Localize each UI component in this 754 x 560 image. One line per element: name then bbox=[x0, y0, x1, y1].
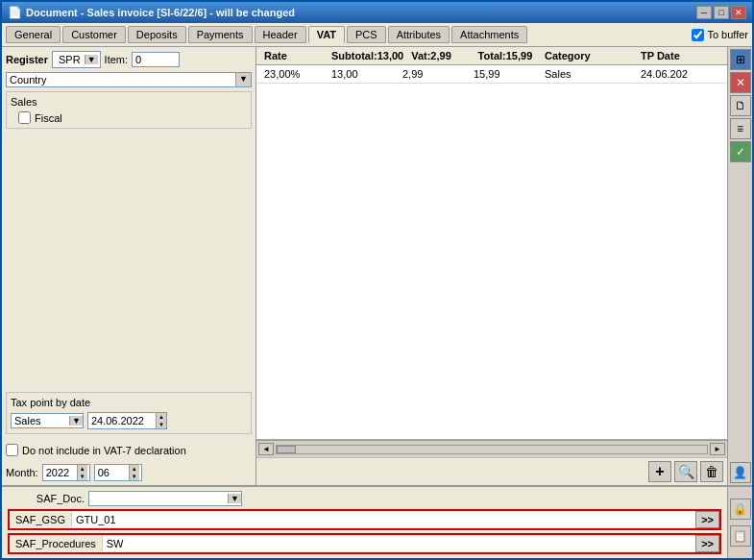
sidebar-btn-3[interactable]: 🗋 bbox=[730, 95, 751, 116]
country-combo-btn[interactable]: ▼ bbox=[235, 73, 251, 86]
sidebar-btn-5[interactable]: ✓ bbox=[730, 141, 751, 162]
info-button[interactable]: 📋 bbox=[730, 525, 751, 547]
bottom-left: SAF_Doc. ▼ SAF_GSG >> SAF_Proc bbox=[2, 487, 727, 558]
center-right: Rate Subtotal:13,00 Vat:2,99 Total:15,99… bbox=[256, 47, 752, 485]
delete-row-button[interactable]: 🗑 bbox=[700, 461, 723, 482]
cell-category: Sales bbox=[541, 67, 637, 81]
maximize-button[interactable]: □ bbox=[714, 6, 729, 19]
top-content: Register SPR ▼ Item: 0 ▼ bbox=[2, 47, 752, 485]
tax-point-row: ▼ ▲ ▼ bbox=[11, 412, 247, 429]
bottom-section: SAF_Doc. ▼ SAF_GSG >> SAF_Proc bbox=[2, 485, 752, 558]
sidebar-btn-2[interactable]: ✕ bbox=[730, 72, 751, 93]
month-year-input[interactable]: ▲ ▼ bbox=[42, 464, 90, 481]
tax-point-group: Tax point by date ▼ ▲ ▼ bbox=[6, 392, 252, 434]
cell-rate: 23,00% bbox=[260, 67, 328, 81]
month-label: Month: bbox=[6, 467, 38, 478]
search-button[interactable]: 🔍 bbox=[674, 461, 697, 482]
month-num-field[interactable] bbox=[95, 466, 129, 479]
saf-proc-btn[interactable]: >> bbox=[695, 535, 719, 552]
tax-date-input[interactable]: ▲ ▼ bbox=[87, 412, 167, 429]
tab-attachments[interactable]: Attachments bbox=[451, 26, 527, 43]
add-row-button[interactable]: + bbox=[648, 461, 671, 482]
saf-doc-row: SAF_Doc. ▼ bbox=[8, 491, 721, 506]
saf-proc-label: SAF_Procedures bbox=[10, 536, 103, 551]
saf-doc-input[interactable] bbox=[89, 492, 228, 505]
saf-doc-combo[interactable]: ▼ bbox=[88, 491, 242, 506]
title-bar: 📄 Document - Sales invoice [SI-6/22/6] -… bbox=[2, 2, 752, 23]
saf-gsg-btn[interactable]: >> bbox=[695, 511, 719, 528]
col-subtotal: Subtotal:13,00 bbox=[328, 49, 407, 62]
minimize-button[interactable]: ─ bbox=[696, 6, 712, 19]
saf-gsg-input[interactable] bbox=[72, 512, 695, 527]
month-num-down[interactable]: ▼ bbox=[129, 473, 139, 480]
vat-table-header: Rate Subtotal:13,00 Vat:2,99 Total:15,99… bbox=[256, 47, 727, 65]
register-row: Register SPR ▼ Item: 0 bbox=[6, 51, 252, 68]
col-tp-date: TP Date bbox=[637, 49, 723, 62]
saf-proc-row: SAF_Procedures >> bbox=[8, 533, 721, 554]
month-year-field[interactable] bbox=[43, 466, 77, 479]
tax-date-field[interactable] bbox=[88, 414, 156, 427]
tax-point-combo-btn[interactable]: ▼ bbox=[69, 416, 83, 426]
tax-date-up[interactable]: ▲ bbox=[156, 413, 166, 421]
to-buffer-label[interactable]: To buffer bbox=[692, 29, 748, 41]
table-action-buttons: + 🔍 🗑 bbox=[256, 457, 727, 485]
horizontal-scrollbar: ◄ ► bbox=[256, 440, 727, 457]
register-combo-btn[interactable]: ▼ bbox=[85, 55, 98, 64]
item-value: 0 bbox=[135, 54, 141, 65]
fiscal-checkbox[interactable] bbox=[18, 111, 31, 124]
vat7-row: Do not include in VAT-7 declaration bbox=[6, 444, 252, 456]
sidebar-btn-1[interactable]: ⊞ bbox=[730, 49, 751, 70]
bottom-inner: SAF_Doc. ▼ SAF_GSG >> SAF_Proc bbox=[2, 487, 752, 558]
vat7-checkbox[interactable] bbox=[6, 444, 18, 456]
tax-date-spin: ▲ ▼ bbox=[156, 413, 166, 428]
to-buffer-text: To buffer bbox=[707, 29, 748, 40]
sales-label: Sales bbox=[11, 96, 247, 108]
tab-vat[interactable]: VAT bbox=[308, 26, 345, 43]
scroll-thumb[interactable] bbox=[277, 446, 296, 453]
item-input[interactable]: 0 bbox=[132, 52, 180, 67]
tab-deposits[interactable]: Deposits bbox=[128, 26, 186, 43]
scroll-track bbox=[276, 445, 708, 454]
scroll-right-btn[interactable]: ► bbox=[710, 443, 725, 455]
cell-tp-date: 24.06.202 bbox=[637, 67, 723, 81]
tab-pcs[interactable]: PCS bbox=[347, 26, 386, 43]
month-num-input[interactable]: ▲ ▼ bbox=[94, 464, 142, 481]
tab-attributes[interactable]: Attributes bbox=[388, 26, 450, 43]
main-window: 📄 Document - Sales invoice [SI-6/22/6] -… bbox=[0, 0, 754, 560]
window-title: Document - Sales invoice [SI-6/22/6] - w… bbox=[26, 7, 295, 18]
scroll-left-btn[interactable]: ◄ bbox=[258, 443, 274, 455]
sales-group: Sales Fiscal bbox=[6, 91, 252, 129]
tax-point-input[interactable] bbox=[12, 414, 69, 427]
tax-date-down[interactable]: ▼ bbox=[156, 421, 166, 428]
saf-doc-combo-btn[interactable]: ▼ bbox=[228, 494, 241, 503]
right-sidebar: ⊞ ✕ 🗋 ≡ ✓ 👤 bbox=[727, 47, 752, 485]
cell-total: 15,99 bbox=[470, 67, 541, 81]
tab-header[interactable]: Header bbox=[255, 26, 306, 43]
saf-proc-input[interactable] bbox=[103, 536, 695, 551]
tax-point-combo[interactable]: ▼ bbox=[11, 413, 84, 428]
tax-point-label: Tax point by date bbox=[11, 397, 247, 408]
tab-payments[interactable]: Payments bbox=[188, 26, 253, 43]
lock-button[interactable]: 🔒 bbox=[730, 499, 751, 520]
sidebar-btn-4[interactable]: ≡ bbox=[730, 118, 751, 139]
saf-doc-label: SAF_Doc. bbox=[8, 493, 85, 504]
col-rate: Rate bbox=[260, 49, 328, 62]
sidebar-btn-6[interactable]: 👤 bbox=[730, 462, 751, 483]
window-icon: 📄 bbox=[8, 6, 22, 19]
saf-gsg-row: SAF_GSG >> bbox=[8, 509, 721, 530]
to-buffer-checkbox[interactable] bbox=[692, 29, 704, 41]
register-combo[interactable]: SPR ▼ bbox=[52, 51, 101, 68]
fiscal-row: Fiscal bbox=[18, 111, 247, 124]
tab-general[interactable]: General bbox=[6, 26, 61, 43]
title-bar-left: 📄 Document - Sales invoice [SI-6/22/6] -… bbox=[8, 6, 295, 19]
close-button[interactable]: ✕ bbox=[731, 6, 746, 19]
month-num-up[interactable]: ▲ bbox=[129, 465, 139, 473]
col-total: Total:15,99 bbox=[474, 49, 541, 62]
item-label: Item: bbox=[105, 54, 128, 65]
month-year-down[interactable]: ▼ bbox=[77, 473, 87, 480]
country-combo[interactable]: ▼ bbox=[6, 72, 252, 87]
country-input[interactable] bbox=[7, 73, 235, 86]
bottom-right-bar: 🔒 📋 bbox=[727, 487, 752, 558]
tab-customer[interactable]: Customer bbox=[62, 26, 126, 43]
month-year-up[interactable]: ▲ bbox=[77, 465, 87, 473]
